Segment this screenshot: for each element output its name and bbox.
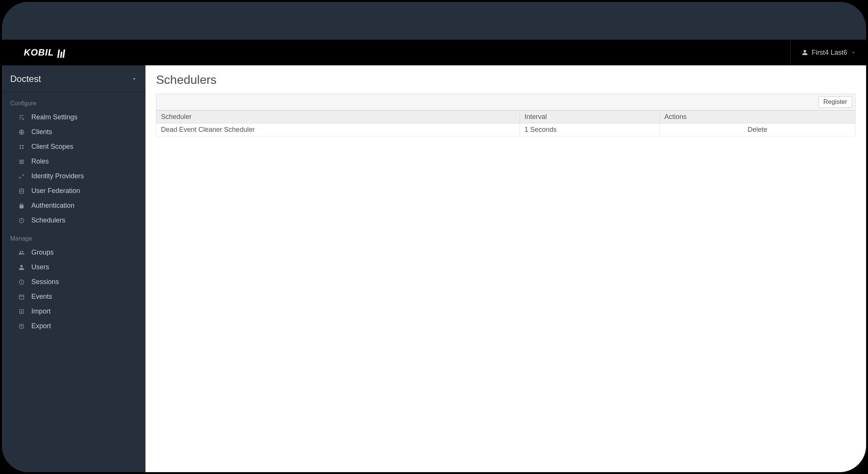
realm-name: Doctest	[10, 74, 41, 84]
sidebar-item-schedulers[interactable]: Schedulers	[2, 213, 145, 228]
user-name: First4 Last6	[812, 49, 847, 57]
chevron-down-icon	[851, 50, 856, 55]
lock-icon	[18, 203, 25, 209]
sidebar-item-client-scopes[interactable]: Client Scopes	[2, 139, 145, 154]
sidebar-item-authentication[interactable]: Authentication	[2, 198, 145, 213]
column-header-actions: Actions	[660, 111, 856, 124]
clock-icon	[18, 218, 25, 224]
svg-rect-11	[19, 295, 24, 299]
svg-point-4	[22, 147, 23, 149]
section-label-manage: Manage	[2, 228, 145, 245]
sidebar-item-label: Users	[31, 263, 49, 271]
database-icon	[18, 188, 25, 194]
sidebar-item-label: Roles	[31, 157, 49, 165]
scope-icon	[18, 144, 25, 150]
sidebar-item-label: Schedulers	[31, 216, 65, 224]
user-menu[interactable]: First4 Last6	[790, 40, 856, 65]
column-header-interval: Interval	[520, 111, 660, 124]
sidebar-item-realm-settings[interactable]: Realm Settings	[2, 110, 145, 125]
globe-icon	[18, 129, 25, 135]
column-header-scheduler: Scheduler	[156, 111, 520, 124]
sidebar-item-identity-providers[interactable]: Identity Providers	[2, 169, 145, 184]
export-icon	[18, 323, 25, 329]
realm-selector[interactable]: Doctest	[2, 65, 145, 93]
chevron-down-icon	[131, 76, 137, 82]
cell-scheduler-name[interactable]: Dead Event Cleaner Scheduler	[156, 124, 520, 136]
user-icon	[18, 264, 25, 270]
sidebar-item-label: Client Scopes	[31, 143, 73, 151]
sidebar-item-label: Import	[31, 307, 51, 315]
sidebar-item-label: User Federation	[31, 187, 80, 195]
sidebar-item-export[interactable]: Export	[2, 319, 145, 333]
calendar-icon	[18, 294, 25, 300]
sidebar: Doctest Configure Realm Settings	[2, 65, 145, 472]
svg-rect-6	[19, 161, 24, 162]
sidebar-item-label: Events	[31, 293, 52, 301]
sidebar-item-user-federation[interactable]: User Federation	[2, 184, 145, 198]
svg-point-1	[20, 145, 21, 146]
brand-logo-icon	[58, 47, 65, 58]
svg-rect-5	[19, 160, 24, 161]
sidebar-item-label: Realm Settings	[31, 113, 77, 121]
window-top-spacer	[2, 2, 866, 40]
group-icon	[18, 250, 25, 256]
sidebar-item-label: Clients	[31, 128, 52, 136]
schedulers-table: Scheduler Interval Actions Dead Event Cl…	[156, 110, 856, 136]
sidebar-item-label: Export	[31, 322, 51, 330]
header-bar: KOBIL First4 Last6	[2, 40, 866, 65]
cell-interval: 1 Seconds	[520, 124, 660, 136]
sidebar-item-groups[interactable]: Groups	[2, 245, 145, 260]
clock-icon	[18, 279, 25, 285]
page-title: Schedulers	[156, 73, 856, 87]
table-row: Dead Event Cleaner Scheduler 1 Seconds D…	[156, 124, 856, 136]
brand-logo[interactable]: KOBIL	[24, 47, 65, 58]
brand-name: KOBIL	[24, 47, 54, 58]
sidebar-item-label: Groups	[31, 249, 54, 256]
sidebar-item-clients[interactable]: Clients	[2, 125, 145, 139]
sidebar-item-label: Authentication	[31, 202, 74, 210]
sidebar-item-import[interactable]: Import	[2, 304, 145, 319]
main-content: Schedulers Register Scheduler Interval A…	[145, 65, 866, 472]
list-icon	[18, 159, 25, 165]
sidebar-item-roles[interactable]: Roles	[2, 154, 145, 169]
sidebar-item-users[interactable]: Users	[2, 260, 145, 275]
delete-action[interactable]: Delete	[660, 124, 856, 136]
import-icon	[18, 309, 25, 315]
register-button[interactable]: Register	[818, 96, 852, 108]
user-icon	[802, 49, 808, 56]
table-toolbar: Register	[156, 94, 856, 110]
sidebar-item-sessions[interactable]: Sessions	[2, 275, 145, 289]
svg-point-3	[20, 147, 21, 149]
sidebar-item-label: Sessions	[31, 278, 59, 286]
svg-point-8	[20, 188, 24, 190]
svg-point-2	[22, 145, 23, 146]
section-label-configure: Configure	[2, 93, 145, 110]
sidebar-item-label: Identity Providers	[31, 172, 84, 180]
sliders-icon	[18, 114, 25, 120]
table-header-row: Scheduler Interval Actions	[156, 111, 856, 124]
sidebar-item-events[interactable]: Events	[2, 289, 145, 304]
svg-rect-7	[19, 163, 24, 164]
exchange-icon	[18, 173, 25, 179]
